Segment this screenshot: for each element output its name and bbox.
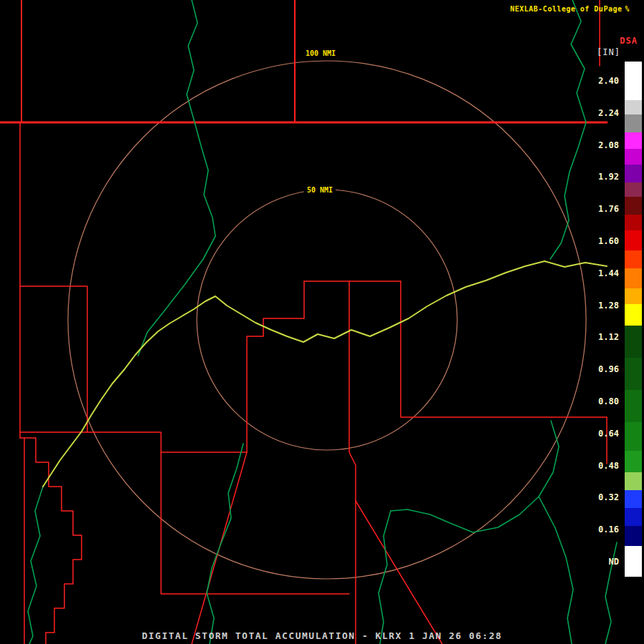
colorbar-value-label: ND: [609, 557, 619, 567]
colorbar-value-label: 1.76: [598, 204, 619, 214]
county-boundary-line: [20, 438, 82, 644]
colorbar-band: [625, 508, 642, 526]
colorbar-value-label: 0.64: [598, 429, 619, 439]
colorbar-value-label: 0.80: [598, 396, 619, 406]
colorbar-band: [625, 326, 642, 358]
colorbar-value-label: 1.60: [598, 236, 619, 246]
range-ring-label: 100 NMI: [303, 49, 338, 58]
radar-map: [0, 0, 644, 644]
colorbar-band: [625, 546, 642, 577]
colorbar-value-label: 1.12: [598, 332, 619, 342]
nexlab-logo-glyph: %: [625, 5, 630, 13]
river-line: [379, 511, 391, 644]
branding-text: NEXLAB-College of DuPage: [510, 5, 623, 13]
colorbar-value-label: 0.48: [598, 461, 619, 471]
colorbar-value-label: 2.24: [598, 108, 619, 118]
colorbar-value-label: 2.40: [598, 76, 619, 86]
colorbar-band: [625, 132, 642, 149]
colorbar-band: [625, 526, 642, 546]
colorbar: 2.402.242.081.921.761.601.441.281.120.96…: [556, 62, 642, 577]
range-ring-label: 50 NMI: [304, 185, 336, 195]
colorbar-band: [625, 230, 642, 250]
colorbar-value-label: 0.16: [598, 525, 619, 535]
range-ring: [68, 61, 586, 579]
colorbar-band: [625, 288, 642, 304]
colorbar-value-label: 0.32: [598, 492, 619, 502]
product-code-label: DSA: [620, 36, 638, 46]
county-boundary-line: [87, 281, 304, 452]
colorbar-band: [625, 182, 642, 197]
county-boundary-line: [349, 281, 356, 644]
county-boundary-line: [20, 286, 87, 432]
colorbar-band: [625, 451, 642, 472]
colorbar-band: [625, 149, 642, 165]
highlighted-river-line: [43, 261, 607, 487]
colorbar-value-label: 1.44: [598, 268, 619, 278]
colorbar-band: [625, 490, 642, 508]
colorbar-value-label: 0.96: [598, 364, 619, 374]
county-boundary-line: [356, 501, 442, 644]
colorbar-band: [625, 114, 642, 132]
county-boundary-line: [161, 452, 349, 594]
colorbar-band: [625, 197, 642, 215]
colorbar-value-label: 1.92: [598, 172, 619, 182]
colorbar-value-label: 2.08: [598, 140, 619, 150]
colorbar-band: [625, 100, 642, 114]
colorbar-band: [625, 215, 642, 230]
colorbar-band: [625, 304, 642, 326]
colorbar-band: [625, 268, 642, 288]
range-ring: [197, 190, 457, 450]
radar-screen: NEXLAB-College of DuPage% DSA [IN] 2.402…: [0, 0, 644, 644]
colorbar-band: [625, 422, 642, 451]
colorbar-band: [625, 390, 642, 422]
product-units-label: [IN]: [597, 47, 620, 57]
colorbar-bands: [625, 62, 642, 577]
colorbar-value-label: 1.28: [598, 301, 619, 311]
product-title: DIGITAL STORM TOTAL ACCUMULATION - KLRX …: [0, 630, 644, 641]
colorbar-band: [625, 250, 642, 268]
branding: NEXLAB-College of DuPage%: [510, 5, 630, 13]
colorbar-band: [625, 472, 642, 490]
colorbar-band: [625, 165, 642, 182]
colorbar-band: [625, 62, 642, 100]
colorbar-band: [625, 358, 642, 390]
river-line: [207, 444, 243, 644]
river-line: [28, 487, 43, 644]
